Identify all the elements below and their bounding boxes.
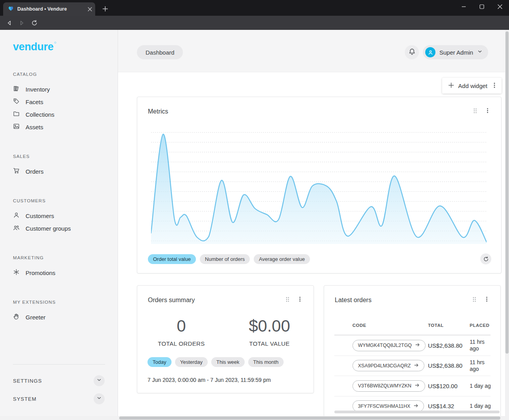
chevron-down-icon: [96, 377, 102, 384]
order-placed-at: 1 day ago: [470, 403, 491, 409]
latest-orders-title: Latest orders: [335, 297, 371, 304]
cart-icon: [13, 167, 20, 175]
browser-toolbar: localhost:3000/admin/: [0, 16, 509, 30]
hand-icon: [13, 313, 20, 321]
metric-chip-order-total-value[interactable]: Order total value: [148, 254, 196, 264]
drag-handle-icon[interactable]: [473, 108, 477, 115]
stat-value: 0: [137, 316, 225, 336]
sidebar-nav: CATALOGInventoryFacetsCollectionsAssetsS…: [0, 72, 118, 323]
order-code-link[interactable]: V3T6BW8ZQLWMYZKN: [352, 380, 425, 392]
vertical-scroll-thumb[interactable]: [505, 31, 509, 354]
sidebar-section-catalog: CATALOGInventoryFacetsCollectionsAssets: [0, 72, 118, 133]
notifications-button[interactable]: [405, 45, 419, 59]
order-total: US$120.00: [428, 383, 470, 389]
sidebar-item-orders[interactable]: Orders: [0, 165, 118, 178]
browser-tabbar: Dashboard • Vendure: [0, 0, 509, 16]
summary-stats: 0TOTAL ORDERS$0.00TOTAL VALUE: [137, 316, 314, 347]
order-code-link[interactable]: XSA9PD4LM3CGAQRZ: [352, 360, 424, 371]
kebab-menu-icon[interactable]: [485, 108, 491, 115]
sidebar-group-settings[interactable]: SETTINGS: [0, 374, 118, 387]
snowflake-icon: [13, 269, 20, 277]
plus-icon: [448, 82, 454, 90]
window-maximize-icon[interactable]: [473, 0, 491, 13]
sidebar-item-label: Facets: [26, 99, 43, 105]
refresh-button[interactable]: [480, 253, 491, 264]
table-header-row: CODETOTALPLACED AT: [334, 321, 491, 335]
drag-handle-icon[interactable]: [286, 297, 290, 304]
sidebar-item-collections[interactable]: Collections: [0, 108, 118, 121]
order-placed-at: 11 hrsago: [470, 339, 491, 352]
browser-tab[interactable]: Dashboard • Vendure: [3, 2, 95, 16]
sidebar-item-label: Assets: [26, 124, 43, 130]
dashboard-content: Add widget Metrics: [118, 72, 509, 416]
sidebar-section-label: CUSTOMERS: [0, 198, 118, 205]
back-icon[interactable]: [4, 17, 15, 28]
sidebar-section-label: SALES: [0, 154, 118, 160]
expand-button[interactable]: [94, 375, 105, 386]
sidebar-item-facets[interactable]: Facets: [0, 95, 118, 108]
sidebar-group-system[interactable]: SYSTEM: [0, 392, 118, 405]
sidebar-item-label: Greeter: [26, 314, 46, 321]
browser-window: Dashboard • Vendure: [0, 0, 509, 420]
sidebar-item-promotions[interactable]: Promotions: [0, 266, 118, 279]
arrow-right-icon: [413, 403, 419, 409]
sidebar-item-label: Customers: [26, 213, 54, 219]
forward-icon[interactable]: [16, 17, 27, 28]
reload-icon[interactable]: [29, 17, 40, 28]
sidebar-section-marketing: MARKETINGPromotions: [0, 255, 118, 279]
summary-chip-yesterday[interactable]: Yesterday: [175, 357, 208, 367]
breadcrumb[interactable]: Dashboard: [137, 45, 183, 59]
order-code-link[interactable]: WYMGK4TQQ8JL2TGQ: [352, 340, 426, 351]
drag-handle-icon[interactable]: [472, 297, 476, 304]
order-code-link[interactable]: 3FY7FSCWSHMA11HX: [352, 400, 424, 412]
latest-orders-table: CODETOTALPLACED ATWYMGK4TQQ8JL2TGQUS$2,6…: [334, 321, 491, 416]
window-minimize-icon[interactable]: [455, 0, 473, 13]
sidebar-group-label: SETTINGS: [13, 378, 42, 384]
sidebar-section-label: MY EXTENSIONS: [0, 300, 118, 306]
kebab-menu-icon[interactable]: [491, 82, 498, 90]
sidebar-item-customer-groups[interactable]: Customer groups: [0, 222, 118, 235]
summary-chip-this-month[interactable]: This month: [248, 357, 284, 367]
add-widget-button[interactable]: Add widget: [442, 78, 502, 94]
sidebar-item-label: Promotions: [26, 270, 55, 276]
metric-chip-number-of-orders[interactable]: Number of orders: [200, 254, 250, 264]
horizontal-scroll-thumb[interactable]: [119, 416, 500, 420]
order-placed-at: 11 hrsago: [470, 359, 491, 372]
sidebar-item-greeter[interactable]: Greeter: [0, 311, 118, 323]
page-horizontal-scrollbar[interactable]: [0, 416, 509, 420]
new-tab-button[interactable]: [100, 4, 110, 14]
sidebar-section-label: MARKETING: [0, 255, 118, 262]
page-vertical-scrollbar[interactable]: [505, 30, 509, 416]
summary-chip-today[interactable]: Today: [148, 357, 172, 367]
chevron-down-icon: [477, 49, 483, 56]
tag-icon: [13, 98, 20, 106]
sidebar-item-assets[interactable]: Assets: [0, 121, 118, 133]
tab-title: Dashboard • Vendure: [17, 6, 84, 12]
metrics-chart: [151, 131, 487, 244]
stat-total-value: $0.00TOTAL VALUE: [225, 316, 314, 347]
summary-date-range: 7 Jun 2023, 0:00:00 am - 7 Jun 2023, 11:…: [148, 377, 271, 383]
sidebar-item-inventory[interactable]: Inventory: [0, 83, 118, 95]
order-code: XSA9PD4LM3CGAQRZ: [358, 363, 411, 369]
window-close-icon[interactable]: [491, 0, 509, 13]
table-row: V3T6BW8ZQLWMYZKNUS$120.001 day ago: [334, 376, 491, 396]
card-horizontal-scrollbar[interactable]: [334, 411, 500, 413]
sidebar-collapsed-sections: SETTINGSSYSTEM: [0, 374, 118, 405]
sidebar-divider: [13, 364, 105, 365]
kebab-menu-icon[interactable]: [297, 296, 303, 304]
stat-label: TOTAL ORDERS: [137, 340, 225, 347]
kebab-menu-icon[interactable]: [484, 296, 490, 304]
window-controls: [455, 0, 509, 13]
sidebar-section-sales: SALESOrders: [0, 154, 118, 178]
vendure-favicon-icon: [8, 6, 14, 13]
expand-button[interactable]: [94, 393, 105, 404]
chevron-down-icon: [96, 395, 102, 402]
tab-close-icon[interactable]: [88, 7, 92, 11]
order-total: US$2,638.80: [428, 362, 470, 369]
metric-chip-average-order-value[interactable]: Average order value: [254, 254, 310, 264]
vendure-logo[interactable]: vendure: [13, 41, 118, 53]
folder-icon: [13, 110, 20, 118]
sidebar-item-customers[interactable]: Customers: [0, 209, 118, 222]
user-menu[interactable]: Super Admin: [423, 45, 488, 59]
summary-chip-this-week[interactable]: This week: [211, 357, 245, 367]
